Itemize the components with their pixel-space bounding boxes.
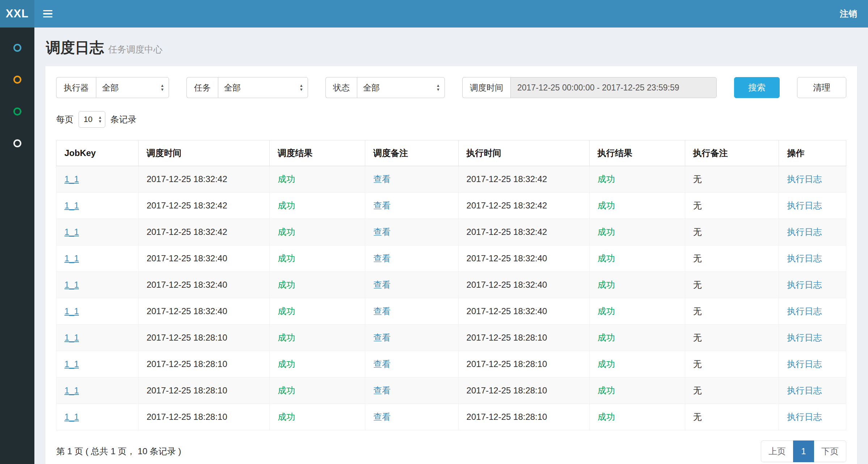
select-stepper-icon <box>436 84 440 92</box>
jobkey-link[interactable]: 1_1 <box>64 174 79 184</box>
hamburger-icon <box>43 16 52 18</box>
column-header-2[interactable]: 调度时间 <box>138 140 269 166</box>
exec-log-link[interactable]: 执行日志 <box>787 333 822 342</box>
executor-select[interactable]: 全部 <box>96 77 169 98</box>
table-row: 1_12017-12-25 18:32:42成功查看2017-12-25 18:… <box>56 193 846 219</box>
dispatch-remark-link[interactable]: 查看 <box>373 333 391 342</box>
exec-log-link[interactable]: 执行日志 <box>787 174 822 184</box>
exec-remark-cell: 无 <box>685 298 779 325</box>
sidebar <box>0 28 34 464</box>
jobkey-link[interactable]: 1_1 <box>64 385 79 395</box>
dispatch-remark-link[interactable]: 查看 <box>373 359 391 369</box>
exec-time-cell: 2017-12-25 18:32:42 <box>458 219 589 245</box>
exec-log-link[interactable]: 执行日志 <box>787 253 822 263</box>
exec-log-link[interactable]: 执行日志 <box>787 359 822 369</box>
page-size-suffix: 条记录 <box>110 114 136 125</box>
dispatch-time-cell: 2017-12-25 18:28:10 <box>138 404 269 430</box>
executor-select-value: 全部 <box>102 82 119 93</box>
sidebar-item-2[interactable] <box>0 64 34 96</box>
job-select[interactable]: 全部 <box>218 77 308 98</box>
column-header-6[interactable]: 执行结果 <box>589 140 685 166</box>
app-logo[interactable]: XXL <box>0 0 34 28</box>
dispatch-remark-link-cell: 查看 <box>365 404 458 430</box>
page-size-select[interactable]: 10 <box>79 111 105 128</box>
jobkey-link[interactable]: 1_1 <box>64 333 79 342</box>
logout-link[interactable]: 注销 <box>829 8 868 20</box>
jobkey-link[interactable]: 1_1 <box>64 306 79 316</box>
dispatch-time-cell: 2017-12-25 18:32:40 <box>138 298 269 325</box>
content-header: 调度日志 任务调度中心 <box>45 28 857 66</box>
exec-time-cell: 2017-12-25 18:28:10 <box>458 325 589 351</box>
exec-log-link-cell: 执行日志 <box>779 245 846 272</box>
status-select[interactable]: 全部 <box>357 77 445 98</box>
dispatch-result-cell: 成功 <box>270 219 365 245</box>
exec-log-link[interactable]: 执行日志 <box>787 412 822 422</box>
jobkey-link[interactable]: 1_1 <box>64 227 79 237</box>
status-select-value: 全部 <box>363 82 380 93</box>
dispatch-remark-link-cell: 查看 <box>365 377 458 404</box>
exec-result-cell: 成功 <box>589 351 685 377</box>
dispatch-remark-link[interactable]: 查看 <box>373 412 391 422</box>
jobkey-link[interactable]: 1_1 <box>64 201 79 210</box>
job-select-value: 全部 <box>224 82 241 93</box>
sidebar-item-4[interactable] <box>0 127 34 159</box>
exec-time-cell: 2017-12-25 18:28:10 <box>458 377 589 404</box>
column-header-3[interactable]: 调度结果 <box>270 140 365 166</box>
dispatch-remark-link[interactable]: 查看 <box>373 253 391 263</box>
exec-remark-cell: 无 <box>685 219 779 245</box>
exec-log-link[interactable]: 执行日志 <box>787 201 822 210</box>
column-header-4[interactable]: 调度备注 <box>365 140 458 166</box>
sidebar-item-1[interactable] <box>0 32 34 64</box>
dispatch-result-cell: 成功 <box>270 272 365 298</box>
search-button[interactable]: 搜索 <box>734 77 780 98</box>
dispatch-remark-link-cell: 查看 <box>365 272 458 298</box>
jobkey-link-cell: 1_1 <box>56 245 139 272</box>
page-subtitle: 任务调度中心 <box>108 43 163 55</box>
exec-log-link-cell: 执行日志 <box>779 272 846 298</box>
select-stepper-icon <box>98 115 102 123</box>
executor-filter-group: 执行器 全部 <box>56 77 169 98</box>
dispatch-remark-link[interactable]: 查看 <box>373 280 391 290</box>
page-1-button[interactable]: 1 <box>793 440 814 462</box>
exec-log-link[interactable]: 执行日志 <box>787 306 822 316</box>
exec-log-link[interactable]: 执行日志 <box>787 280 822 290</box>
exec-log-link[interactable]: 执行日志 <box>787 227 822 237</box>
jobkey-link-cell: 1_1 <box>56 377 139 404</box>
top-navbar: XXL 注销 <box>0 0 868 28</box>
column-header-1[interactable]: JobKey <box>56 140 139 166</box>
jobkey-link[interactable]: 1_1 <box>64 280 79 290</box>
time-range-input[interactable] <box>510 77 717 98</box>
prev-page-button[interactable]: 上页 <box>761 440 793 462</box>
next-page-button[interactable]: 下页 <box>814 440 846 462</box>
dispatch-remark-link[interactable]: 查看 <box>373 227 391 237</box>
exec-result-cell: 成功 <box>589 166 685 193</box>
exec-time-cell: 2017-12-25 18:32:40 <box>458 298 589 325</box>
clear-button[interactable]: 清理 <box>797 77 846 98</box>
exec-log-link-cell: 执行日志 <box>779 325 846 351</box>
jobkey-link[interactable]: 1_1 <box>64 253 79 263</box>
dispatch-remark-link[interactable]: 查看 <box>373 306 391 316</box>
dispatch-result-cell: 成功 <box>270 193 365 219</box>
jobkey-link-cell: 1_1 <box>56 193 139 219</box>
dispatch-remark-link[interactable]: 查看 <box>373 385 391 395</box>
dispatch-remark-link[interactable]: 查看 <box>373 174 391 184</box>
dispatch-time-cell: 2017-12-25 18:32:42 <box>138 166 269 193</box>
column-header-5[interactable]: 执行时间 <box>458 140 589 166</box>
exec-log-link[interactable]: 执行日志 <box>787 385 822 395</box>
sidebar-item-3[interactable] <box>0 96 34 127</box>
circle-o-icon <box>13 107 21 115</box>
column-header-7[interactable]: 执行备注 <box>685 140 779 166</box>
exec-time-cell: 2017-12-25 18:28:10 <box>458 404 589 430</box>
column-header-8[interactable]: 操作 <box>779 140 846 166</box>
exec-remark-cell: 无 <box>685 245 779 272</box>
jobkey-link[interactable]: 1_1 <box>64 412 79 422</box>
jobkey-link[interactable]: 1_1 <box>64 359 79 369</box>
executor-filter-label: 执行器 <box>56 77 96 98</box>
jobkey-link-cell: 1_1 <box>56 166 139 193</box>
exec-remark-cell: 无 <box>685 272 779 298</box>
dispatch-time-cell: 2017-12-25 18:32:40 <box>138 272 269 298</box>
hamburger-icon <box>43 10 52 12</box>
exec-log-link-cell: 执行日志 <box>779 404 846 430</box>
sidebar-toggle-button[interactable] <box>34 0 61 28</box>
dispatch-remark-link[interactable]: 查看 <box>373 201 391 210</box>
